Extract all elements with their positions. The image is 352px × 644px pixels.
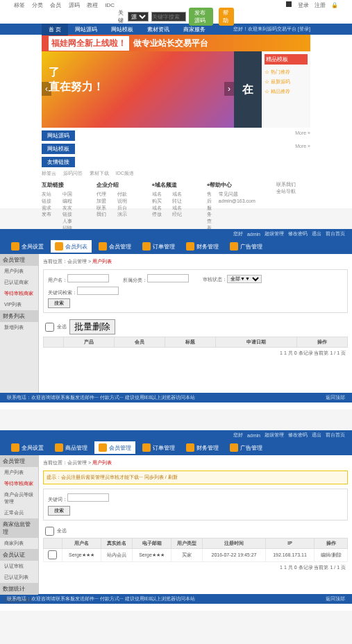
- footer-link[interactable]: admin@163.com: [219, 198, 255, 205]
- search-input[interactable]: [151, 12, 186, 22]
- nav-tab-memberlist[interactable]: 会员列表: [51, 240, 92, 253]
- sidebar-item[interactable]: 商家列表: [0, 538, 38, 549]
- nav-tab-ads[interactable]: 广告管理: [226, 240, 267, 253]
- role: 超级管理: [265, 230, 284, 237]
- nav-tab-global[interactable]: 全局设置: [7, 240, 48, 253]
- topbar-item[interactable]: IDC: [105, 2, 115, 8]
- footer-link[interactable]: 中国编程: [62, 191, 76, 205]
- side-list-item[interactable]: ☆ 精品推荐: [265, 87, 308, 96]
- sidebar-item[interactable]: 认证审核: [0, 561, 38, 572]
- frontpage-link[interactable]: 前台首页: [326, 432, 345, 439]
- pagination[interactable]: 1 1 共 0 条记录 当前第 1 / 1 页: [43, 562, 348, 573]
- td-checkbox[interactable]: [44, 548, 62, 561]
- footer-link[interactable]: 域名经纪: [172, 205, 186, 219]
- td-username[interactable]: Serge★★★: [62, 548, 101, 561]
- footer-link[interactable]: 常见问题: [219, 191, 255, 198]
- footer-link[interactable]: 后台演示: [117, 205, 131, 219]
- topbar-item[interactable]: 标签: [14, 2, 25, 8]
- next-arrow-icon[interactable]: ›: [224, 82, 234, 96]
- footer-link[interactable]: 友站链接: [42, 191, 56, 205]
- nav-home[interactable]: 首 页: [42, 24, 68, 35]
- small-tab[interactable]: 标签云: [42, 171, 56, 176]
- nav-tab-ads[interactable]: 广告管理: [226, 441, 267, 454]
- sidebar-item[interactable]: 用户列表: [0, 266, 38, 277]
- topbar-item[interactable]: 源码: [69, 2, 80, 8]
- footer-link[interactable]: 域名停放: [152, 205, 166, 219]
- footer-link[interactable]: 联系我们: [276, 181, 310, 188]
- sidebar-item-pending[interactable]: 等待审核商家: [0, 288, 38, 299]
- topbar-item[interactable]: 分类: [32, 2, 43, 8]
- footer-link[interactable]: 售后服务: [207, 191, 212, 218]
- username-input[interactable]: [67, 274, 109, 282]
- nav-tab-products[interactable]: 商品管理: [51, 441, 92, 454]
- footer-link[interactable]: 需求发布: [42, 205, 56, 219]
- frontpage-link[interactable]: 前台首页: [326, 230, 345, 237]
- section-tab[interactable]: 友情链接: [42, 157, 75, 167]
- select-all-checkbox[interactable]: [45, 323, 54, 332]
- more-link[interactable]: More »: [295, 144, 310, 154]
- sidebar-item[interactable]: 商户会员等级管理: [0, 489, 38, 507]
- side-list-item[interactable]: ☆ 热门推荐: [265, 67, 308, 77]
- back-to-top[interactable]: 返回顶部: [326, 595, 345, 602]
- bulk-delete-button[interactable]: 批量删除: [69, 319, 115, 334]
- pagination[interactable]: 1 1 共 0 条记录 当前第 1 / 1 页: [43, 348, 348, 359]
- td-actions[interactable]: 编辑/删除: [315, 548, 348, 561]
- sidebar-item[interactable]: 等待审核商家: [0, 478, 38, 489]
- small-tab[interactable]: 素材下载: [90, 171, 109, 176]
- sidebar-item[interactable]: 用户列表: [0, 467, 38, 478]
- row-checkbox[interactable]: [48, 550, 57, 559]
- nav-tab-orders[interactable]: 订单管理: [138, 240, 179, 253]
- nav-item[interactable]: 网站模板: [104, 26, 140, 33]
- sidebar-item[interactable]: 已认证商家: [0, 277, 38, 288]
- footer-col-header: +域名频道: [152, 181, 186, 189]
- sidebar-item[interactable]: 正常会员: [0, 507, 38, 518]
- side-list-item[interactable]: ☆ 最新源码: [265, 77, 308, 87]
- small-tab[interactable]: IDC频道: [116, 171, 134, 176]
- select-all-checkbox[interactable]: [45, 527, 54, 536]
- footer-link[interactable]: 域名转让: [172, 191, 186, 205]
- register-link[interactable]: 注册: [315, 2, 326, 8]
- footer-link[interactable]: 域名购买: [152, 191, 166, 205]
- publish-button[interactable]: 发布源码: [189, 8, 214, 26]
- sidebar-item[interactable]: 已认证列表: [0, 572, 38, 583]
- keyword-input[interactable]: [77, 287, 119, 295]
- data-table: 用户名 真实姓名 电子邮箱 用户类型 注册时间 IP 操作 Serge★★★ 站…: [43, 538, 348, 562]
- nav-item[interactable]: 网站源码: [68, 26, 104, 33]
- back-to-top[interactable]: 返回顶部: [326, 394, 345, 401]
- nav-tab-members[interactable]: 会员管理: [94, 441, 135, 454]
- sidebar-item[interactable]: VIP列表: [0, 299, 38, 310]
- nav-tab-finance[interactable]: 财务管理: [182, 441, 223, 454]
- nav-item[interactable]: 商家服务: [176, 26, 212, 33]
- category-input[interactable]: [147, 274, 189, 282]
- sidebar-item[interactable]: 新增列表: [0, 322, 38, 333]
- change-password-link[interactable]: 修改密码: [288, 230, 308, 237]
- logout-link[interactable]: 退出: [312, 230, 321, 237]
- login-link[interactable]: 登录: [298, 2, 309, 8]
- nav-tab-members[interactable]: 会员管理: [94, 240, 135, 253]
- admin-body: 会员管理 用户列表 等待审核商家 商户会员等级管理 正常会员 商家信息管理 商家…: [0, 455, 352, 594]
- footer-link[interactable]: 全站导航: [276, 188, 310, 195]
- footer-link[interactable]: 联系我们: [97, 205, 110, 219]
- help-button[interactable]: 帮助: [219, 8, 234, 26]
- small-tab[interactable]: 源码问答: [63, 171, 83, 176]
- footer-link[interactable]: 友友链接: [62, 205, 76, 219]
- keyword-input[interactable]: [67, 493, 109, 502]
- search-category[interactable]: 源码: [128, 12, 149, 22]
- nav-tab-orders[interactable]: 订单管理: [138, 441, 179, 454]
- section-tab[interactable]: 网站模板: [42, 144, 75, 154]
- footer-link[interactable]: 代理加盟: [97, 191, 110, 205]
- search-button[interactable]: 搜索: [48, 506, 70, 516]
- logout-link[interactable]: 退出: [312, 432, 321, 439]
- hero-slider[interactable]: ‹ 了直在努力！ ›: [42, 51, 234, 128]
- nav-tab-finance[interactable]: 财务管理: [182, 240, 223, 253]
- section-tab[interactable]: 网站源码: [42, 130, 75, 141]
- topbar-item[interactable]: 会员: [50, 2, 61, 8]
- nav-item[interactable]: 素材资讯: [140, 26, 176, 33]
- change-password-link[interactable]: 修改密码: [288, 432, 308, 439]
- footer-link[interactable]: 付款说明: [117, 191, 131, 205]
- nav-tab-global[interactable]: 全局设置: [7, 441, 48, 454]
- search-button[interactable]: 搜索: [48, 298, 70, 308]
- more-link[interactable]: More »: [295, 130, 310, 141]
- status-select[interactable]: 全部▼▼: [227, 275, 262, 283]
- topbar-item[interactable]: 教程: [87, 2, 98, 8]
